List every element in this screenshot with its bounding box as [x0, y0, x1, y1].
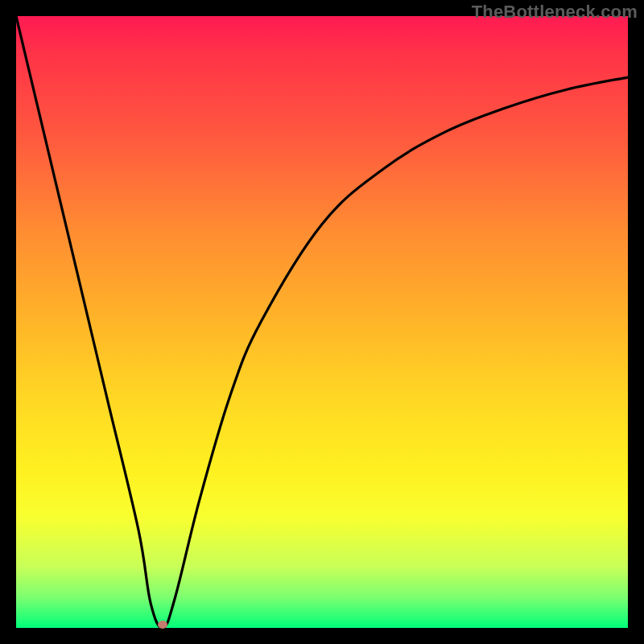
minimum-marker-dot: [158, 621, 167, 629]
chart-plot-area: [16, 16, 628, 628]
watermark-text: TheBottleneck.com: [472, 2, 638, 23]
